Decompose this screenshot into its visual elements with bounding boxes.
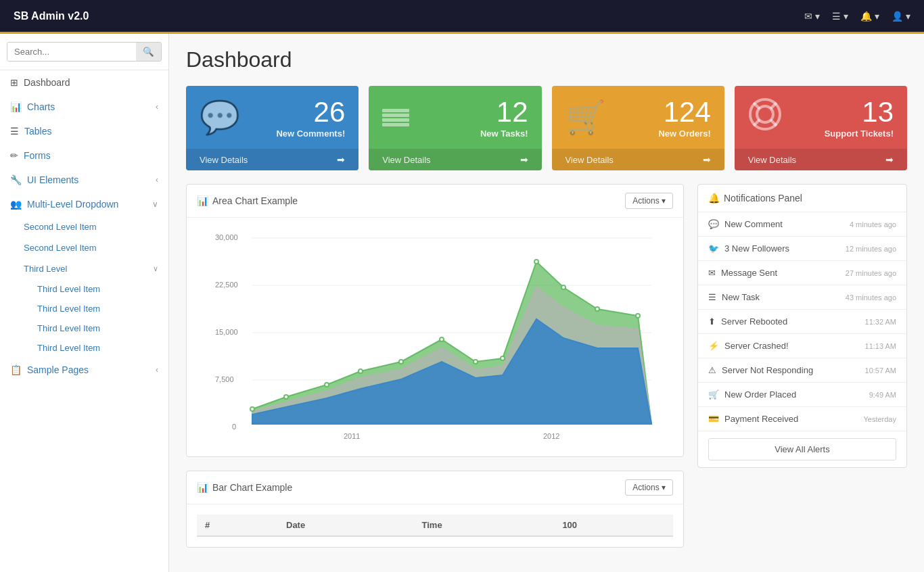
col-header-date: Date (278, 515, 414, 536)
area-chart-header: 📊 Area Chart Example Actions ▾ (187, 185, 683, 218)
sidebar-third-level-item-2[interactable]: Third Level Item (0, 299, 168, 318)
notif-item-2[interactable]: 🐦 3 New Followers 12 minutes ago (698, 237, 906, 261)
orders-card-arrow-icon: ➡ (703, 154, 711, 165)
alerts-nav-btn[interactable]: 🔔 ▾ (860, 11, 879, 22)
sidebar-third-level-item-3[interactable]: Third Level Item (0, 318, 168, 338)
third-level-item-4-label: Third Level Item (37, 343, 100, 353)
notif-item-9[interactable]: 💳 Payment Received Yesterday (698, 407, 906, 431)
orders-card-icon: 🛒 (565, 99, 606, 137)
notif-item-7[interactable]: ⚠ Server Not Responding 10:57 AM (698, 358, 906, 383)
bar-chart-header: 📊 Bar Chart Example Actions ▾ (187, 471, 683, 504)
view-all-alerts-button[interactable]: View All Alerts (708, 438, 896, 460)
search-input[interactable] (7, 43, 136, 61)
col-header-time: Time (414, 515, 555, 536)
notifications-panel: 🔔 Notifications Panel 💬 New Comment 4 mi… (697, 184, 907, 468)
svg-point-16 (250, 407, 254, 411)
notif-text-4: New Task (722, 292, 760, 302)
bar-chart-actions-button[interactable]: Actions ▾ (625, 479, 673, 496)
svg-text:2012: 2012 (543, 432, 559, 440)
sidebar-item-sample-pages[interactable]: 📋 Sample Pages ‹ (0, 358, 168, 382)
sidebar-search-area: 🔍 (0, 34, 168, 70)
notif-item-6[interactable]: ⚡ Server Crashed! 11:13 AM (698, 334, 906, 358)
tickets-card-label: Support Tickets! (825, 128, 894, 139)
svg-point-22 (473, 360, 478, 364)
orders-view-details-link[interactable]: View Details (565, 155, 614, 165)
sidebar-item-dashboard-label: Dashboard (24, 77, 70, 88)
tickets-card-icon (748, 97, 782, 138)
bar-chart-body: # Date Time 100 (187, 504, 683, 547)
notif-time-2: 12 minutes ago (846, 245, 896, 253)
sidebar-third-level-header[interactable]: Third Level ∨ (0, 258, 168, 279)
sidebar-item-charts[interactable]: 📊 Charts ‹ (0, 95, 168, 119)
notif-item-4[interactable]: ☰ New Task 43 minutes ago (698, 285, 906, 310)
svg-point-20 (399, 360, 403, 364)
comments-view-details-link[interactable]: View Details (200, 155, 248, 165)
sidebar-item-multilevel-label: Multi-Level Dropdown (27, 199, 118, 210)
sidebar-item-forms[interactable]: ✏ Forms (0, 143, 168, 168)
sidebar-item-dashboard[interactable]: ⊞ Dashboard (0, 70, 168, 95)
notif-time-9: Yesterday (863, 415, 896, 423)
svg-text:2011: 2011 (344, 432, 360, 440)
svg-point-23 (501, 356, 505, 360)
orders-card-label: New Orders! (658, 128, 710, 139)
sidebar-third-level-item-4[interactable]: Third Level Item (0, 338, 168, 358)
comments-card-label: New Comments! (276, 128, 345, 139)
sidebar-item-ui-elements[interactable]: 🔧 UI Elements ‹ (0, 168, 168, 192)
notif-item-1[interactable]: 💬 New Comment 4 minutes ago (698, 212, 906, 237)
charts-column: 📊 Area Chart Example Actions ▾ 30,000 22… (186, 184, 684, 561)
col-header-value: 100 (554, 515, 673, 536)
area-chart-actions-button[interactable]: Actions ▾ (625, 193, 673, 209)
sidebar-second-level-item-1[interactable]: Second Level Item (0, 216, 168, 237)
sidebar: 🔍 ⊞ Dashboard 📊 Charts ‹ ☰ Tables ✏ Form… (0, 34, 169, 572)
third-level-label: Third Level (24, 264, 67, 274)
email-nav-btn[interactable]: ✉ ▾ (804, 11, 820, 22)
sample-pages-chevron-icon: ‹ (156, 365, 158, 375)
svg-point-27 (636, 314, 640, 318)
top-navbar: SB Admin v2.0 ✉ ▾ ☰ ▾ 🔔 ▾ 👤 ▾ (0, 0, 924, 34)
notif-text-7: Server Not Responding (722, 365, 813, 375)
sidebar-item-tables-label: Tables (24, 126, 51, 137)
forms-icon: ✏ (10, 150, 18, 161)
ui-elements-chevron-icon: ‹ (156, 175, 158, 185)
notif-text-3: Message Sent (721, 268, 777, 278)
notif-time-5: 11:32 AM (865, 318, 896, 326)
user-nav-btn[interactable]: 👤 ▾ (892, 11, 910, 22)
sidebar-second-level-item-2[interactable]: Second Level Item (0, 237, 168, 258)
svg-point-26 (595, 307, 599, 311)
sample-pages-icon: 📋 (10, 364, 22, 375)
area-chart-svg: 30,000 22,500 15,000 7,500 0 (197, 228, 673, 444)
dashboard-lower: 📊 Area Chart Example Actions ▾ 30,000 22… (186, 184, 907, 561)
sidebar-item-multi-level[interactable]: 👥 Multi-Level Dropdown ∨ (0, 192, 168, 216)
area-chart-body: 30,000 22,500 15,000 7,500 0 (187, 218, 683, 456)
tickets-view-details-link[interactable]: View Details (748, 155, 796, 165)
svg-point-18 (325, 383, 329, 387)
sidebar-item-tables[interactable]: ☰ Tables (0, 119, 168, 143)
notif-icon-5: ⬆ (708, 316, 716, 327)
notif-item-8[interactable]: 🛒 New Order Placed 9:49 AM (698, 383, 906, 407)
notif-text-2: 3 New Followers (724, 243, 789, 254)
svg-point-17 (284, 395, 288, 399)
second-level-item-1-label: Second Level Item (24, 222, 97, 232)
sidebar-item-forms-label: Forms (24, 150, 51, 161)
notif-item-3[interactable]: ✉ Message Sent 27 minutes ago (698, 261, 906, 285)
svg-text:22,500: 22,500 (215, 281, 238, 289)
notif-time-4: 43 minutes ago (846, 293, 896, 302)
notif-time-3: 27 minutes ago (846, 269, 896, 277)
notif-text-6: Server Crashed! (724, 341, 789, 351)
notif-icon-3: ✉ (708, 268, 716, 278)
svg-point-21 (440, 337, 444, 341)
sidebar-third-level-item-1[interactable]: Third Level Item (0, 279, 168, 299)
bar-chart-table-container: # Date Time 100 (197, 515, 673, 537)
tasks-view-details-link[interactable]: View Details (382, 155, 430, 165)
stat-card-orders: 🛒 124 New Orders! View Details ➡ (552, 86, 724, 170)
orders-card-value: 124 (658, 96, 710, 128)
notifications-panel-header: 🔔 Notifications Panel (698, 185, 906, 212)
search-button[interactable]: 🔍 (136, 43, 161, 61)
notif-text-5: Server Rebooted (721, 316, 787, 327)
notifications-bell-icon: 🔔 (708, 193, 720, 204)
notif-item-5[interactable]: ⬆ Server Rebooted 11:32 AM (698, 310, 906, 334)
notif-time-8: 9:49 AM (869, 391, 896, 399)
area-chart-title: 📊 Area Chart Example (197, 195, 298, 206)
notif-icon-6: ⚡ (708, 341, 719, 351)
tasks-nav-btn[interactable]: ☰ ▾ (832, 11, 848, 22)
